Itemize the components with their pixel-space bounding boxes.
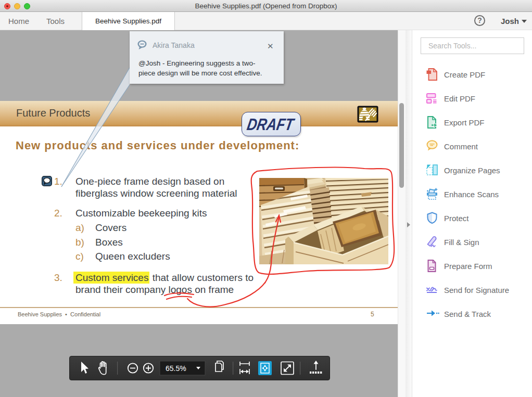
svg-text:65.5%: 65.5% [166, 364, 186, 373]
